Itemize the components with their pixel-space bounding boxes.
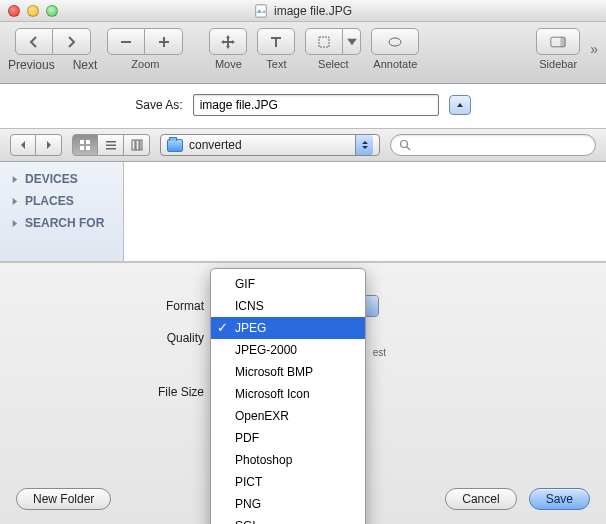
- svg-rect-7: [561, 37, 566, 47]
- zoom-in-button[interactable]: [145, 28, 183, 55]
- svg-point-18: [401, 141, 408, 148]
- format-option[interactable]: PNG: [211, 493, 365, 515]
- save-button[interactable]: Save: [529, 488, 590, 510]
- view-mode: [72, 134, 150, 156]
- format-option-label: OpenEXR: [235, 409, 289, 423]
- sidebar-item-places[interactable]: PLACES: [0, 190, 123, 212]
- select-label: Select: [318, 58, 349, 70]
- save-as-row: Save As:: [0, 84, 606, 128]
- format-option[interactable]: GIF: [211, 273, 365, 295]
- select-tool-button[interactable]: [305, 28, 343, 55]
- svg-rect-3: [163, 37, 165, 47]
- history-forward-button[interactable]: [36, 134, 62, 156]
- disclosure-right-icon: [10, 175, 19, 184]
- previous-button[interactable]: [15, 28, 53, 55]
- format-option[interactable]: SGI: [211, 515, 365, 524]
- svg-rect-16: [136, 140, 139, 150]
- text-tool-button[interactable]: [257, 28, 295, 55]
- format-option-label: PNG: [235, 497, 261, 511]
- format-option-label: JPEG: [235, 321, 266, 335]
- select-menu-button[interactable]: [343, 28, 361, 55]
- checkmark-icon: ✓: [217, 319, 228, 337]
- svg-point-5: [389, 38, 401, 46]
- format-option-label: Microsoft BMP: [235, 365, 313, 379]
- sidebar-item-searchfor[interactable]: SEARCH FOR: [0, 212, 123, 234]
- svg-rect-12: [106, 141, 116, 143]
- filesize-label: File Size: [16, 385, 214, 399]
- sidebar-item-devices[interactable]: DEVICES: [0, 168, 123, 190]
- folder-icon: [167, 139, 183, 152]
- sidebar-item-label: PLACES: [25, 194, 74, 208]
- previous-label: Previous: [8, 58, 55, 72]
- column-view-button[interactable]: [124, 134, 150, 156]
- sidebar-item-label: DEVICES: [25, 172, 78, 186]
- zoom-label: Zoom: [131, 58, 159, 70]
- search-field[interactable]: [390, 134, 596, 156]
- disclosure-toggle-button[interactable]: [449, 95, 471, 115]
- move-label: Move: [215, 58, 242, 70]
- format-menu[interactable]: GIFICNS✓JPEGJPEG-2000Microsoft BMPMicros…: [210, 268, 366, 524]
- save-as-label: Save As:: [135, 98, 182, 112]
- file-list[interactable]: [124, 162, 606, 261]
- annotate-button[interactable]: [371, 28, 419, 55]
- svg-rect-9: [86, 140, 90, 144]
- window-title: image file.JPG: [0, 4, 606, 18]
- cancel-button[interactable]: Cancel: [445, 488, 516, 510]
- icon-view-button[interactable]: [72, 134, 98, 156]
- quality-max-label: est: [373, 347, 386, 358]
- text-label: Text: [266, 58, 286, 70]
- format-option[interactable]: OpenEXR: [211, 405, 365, 427]
- search-input[interactable]: [417, 138, 587, 152]
- disclosure-right-icon: [10, 219, 19, 228]
- svg-line-19: [407, 147, 410, 150]
- new-folder-button[interactable]: New Folder: [16, 488, 111, 510]
- sidebar-item-label: SEARCH FOR: [25, 216, 104, 230]
- zoom-group: Zoom: [107, 28, 183, 70]
- svg-rect-15: [132, 140, 135, 150]
- folder-popup[interactable]: converted: [160, 134, 380, 156]
- history-back-button[interactable]: [10, 134, 36, 156]
- format-option[interactable]: Photoshop: [211, 449, 365, 471]
- format-option-label: JPEG-2000: [235, 343, 297, 357]
- quality-label: Quality: [16, 331, 214, 345]
- format-option[interactable]: ICNS: [211, 295, 365, 317]
- svg-rect-4: [319, 37, 329, 47]
- format-option-label: Microsoft Icon: [235, 387, 310, 401]
- list-view-button[interactable]: [98, 134, 124, 156]
- svg-rect-10: [80, 146, 84, 150]
- format-option[interactable]: PICT: [211, 471, 365, 493]
- svg-rect-17: [140, 140, 142, 150]
- move-tool-button[interactable]: [209, 28, 247, 55]
- format-option-label: GIF: [235, 277, 255, 291]
- next-button[interactable]: [53, 28, 91, 55]
- format-option[interactable]: Microsoft BMP: [211, 361, 365, 383]
- window-title-text: image file.JPG: [274, 4, 352, 18]
- folder-name: converted: [189, 138, 242, 152]
- save-as-input[interactable]: [193, 94, 439, 116]
- svg-rect-8: [80, 140, 84, 144]
- disclosure-right-icon: [10, 197, 19, 206]
- format-option-label: PICT: [235, 475, 262, 489]
- history-nav: [10, 134, 62, 156]
- next-label: Next: [73, 58, 98, 72]
- format-option[interactable]: PDF: [211, 427, 365, 449]
- svg-rect-11: [86, 146, 90, 150]
- format-option[interactable]: JPEG-2000: [211, 339, 365, 361]
- format-option-label: PDF: [235, 431, 259, 445]
- browser-main: DEVICES PLACES SEARCH FOR: [0, 162, 606, 262]
- format-option[interactable]: Microsoft Icon: [211, 383, 365, 405]
- titlebar: image file.JPG: [0, 0, 606, 22]
- sidebar-toggle-button[interactable]: [536, 28, 580, 55]
- format-option[interactable]: ✓JPEG: [211, 317, 365, 339]
- toolbar-overflow-icon[interactable]: »: [590, 41, 598, 71]
- format-option-label: Photoshop: [235, 453, 292, 467]
- toolbar: Previous Next Zoom Move Text Select Anno…: [0, 22, 606, 84]
- nav-group: Previous Next: [8, 28, 97, 72]
- sidebar-label: Sidebar: [539, 58, 577, 70]
- format-option-label: ICNS: [235, 299, 264, 313]
- source-list: DEVICES PLACES SEARCH FOR: [0, 162, 124, 261]
- zoom-out-button[interactable]: [107, 28, 145, 55]
- svg-rect-13: [106, 145, 116, 147]
- annotate-label: Annotate: [373, 58, 417, 70]
- search-icon: [399, 139, 411, 151]
